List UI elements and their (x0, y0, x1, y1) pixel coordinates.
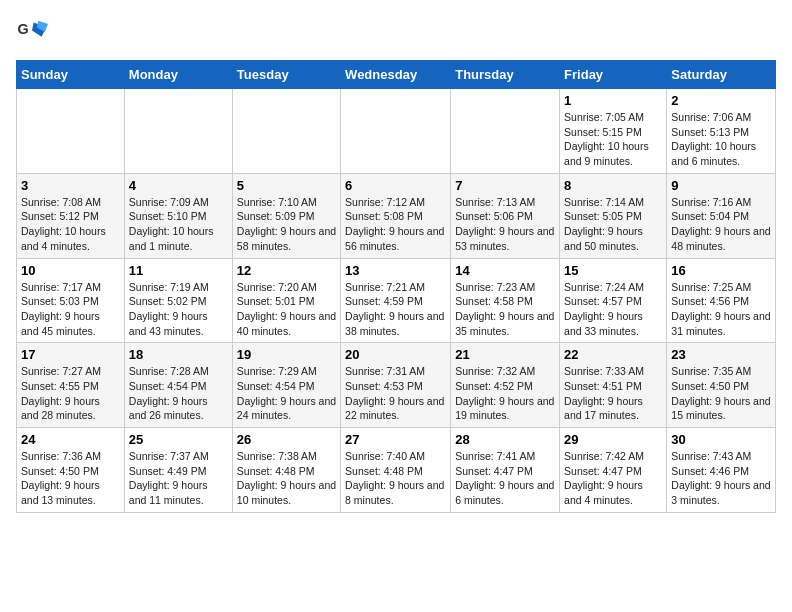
calendar-week-1: 3Sunrise: 7:08 AM Sunset: 5:12 PM Daylig… (17, 173, 776, 258)
day-number: 13 (345, 263, 446, 278)
day-info: Sunrise: 7:29 AM Sunset: 4:54 PM Dayligh… (237, 364, 336, 423)
day-info: Sunrise: 7:16 AM Sunset: 5:04 PM Dayligh… (671, 195, 771, 254)
day-number: 26 (237, 432, 336, 447)
day-number: 12 (237, 263, 336, 278)
calendar-cell: 19Sunrise: 7:29 AM Sunset: 4:54 PM Dayli… (232, 343, 340, 428)
day-number: 20 (345, 347, 446, 362)
calendar-cell: 7Sunrise: 7:13 AM Sunset: 5:06 PM Daylig… (451, 173, 560, 258)
calendar-cell: 3Sunrise: 7:08 AM Sunset: 5:12 PM Daylig… (17, 173, 125, 258)
calendar-header-saturday: Saturday (667, 61, 776, 89)
calendar-cell: 11Sunrise: 7:19 AM Sunset: 5:02 PM Dayli… (124, 258, 232, 343)
day-number: 7 (455, 178, 555, 193)
day-info: Sunrise: 7:40 AM Sunset: 4:48 PM Dayligh… (345, 449, 446, 508)
day-info: Sunrise: 7:36 AM Sunset: 4:50 PM Dayligh… (21, 449, 120, 508)
logo-icon: G (16, 16, 48, 48)
calendar-body: 1Sunrise: 7:05 AM Sunset: 5:15 PM Daylig… (17, 89, 776, 513)
calendar-week-0: 1Sunrise: 7:05 AM Sunset: 5:15 PM Daylig… (17, 89, 776, 174)
day-number: 29 (564, 432, 662, 447)
day-number: 11 (129, 263, 228, 278)
day-info: Sunrise: 7:09 AM Sunset: 5:10 PM Dayligh… (129, 195, 228, 254)
day-number: 24 (21, 432, 120, 447)
day-number: 22 (564, 347, 662, 362)
day-number: 10 (21, 263, 120, 278)
day-info: Sunrise: 7:33 AM Sunset: 4:51 PM Dayligh… (564, 364, 662, 423)
day-info: Sunrise: 7:12 AM Sunset: 5:08 PM Dayligh… (345, 195, 446, 254)
svg-text:G: G (18, 21, 29, 37)
calendar-cell: 27Sunrise: 7:40 AM Sunset: 4:48 PM Dayli… (341, 428, 451, 513)
calendar-week-3: 17Sunrise: 7:27 AM Sunset: 4:55 PM Dayli… (17, 343, 776, 428)
day-number: 27 (345, 432, 446, 447)
day-info: Sunrise: 7:41 AM Sunset: 4:47 PM Dayligh… (455, 449, 555, 508)
day-info: Sunrise: 7:20 AM Sunset: 5:01 PM Dayligh… (237, 280, 336, 339)
day-info: Sunrise: 7:32 AM Sunset: 4:52 PM Dayligh… (455, 364, 555, 423)
calendar-cell (341, 89, 451, 174)
day-info: Sunrise: 7:21 AM Sunset: 4:59 PM Dayligh… (345, 280, 446, 339)
logo: G (16, 16, 52, 48)
day-number: 4 (129, 178, 228, 193)
calendar-cell: 15Sunrise: 7:24 AM Sunset: 4:57 PM Dayli… (560, 258, 667, 343)
calendar-cell: 24Sunrise: 7:36 AM Sunset: 4:50 PM Dayli… (17, 428, 125, 513)
day-info: Sunrise: 7:23 AM Sunset: 4:58 PM Dayligh… (455, 280, 555, 339)
day-info: Sunrise: 7:10 AM Sunset: 5:09 PM Dayligh… (237, 195, 336, 254)
calendar-cell: 20Sunrise: 7:31 AM Sunset: 4:53 PM Dayli… (341, 343, 451, 428)
calendar-cell: 1Sunrise: 7:05 AM Sunset: 5:15 PM Daylig… (560, 89, 667, 174)
calendar-cell: 6Sunrise: 7:12 AM Sunset: 5:08 PM Daylig… (341, 173, 451, 258)
day-number: 9 (671, 178, 771, 193)
day-number: 16 (671, 263, 771, 278)
calendar-cell: 10Sunrise: 7:17 AM Sunset: 5:03 PM Dayli… (17, 258, 125, 343)
day-number: 18 (129, 347, 228, 362)
day-info: Sunrise: 7:06 AM Sunset: 5:13 PM Dayligh… (671, 110, 771, 169)
day-info: Sunrise: 7:08 AM Sunset: 5:12 PM Dayligh… (21, 195, 120, 254)
calendar-week-2: 10Sunrise: 7:17 AM Sunset: 5:03 PM Dayli… (17, 258, 776, 343)
calendar-cell: 28Sunrise: 7:41 AM Sunset: 4:47 PM Dayli… (451, 428, 560, 513)
calendar-cell: 12Sunrise: 7:20 AM Sunset: 5:01 PM Dayli… (232, 258, 340, 343)
calendar-cell: 21Sunrise: 7:32 AM Sunset: 4:52 PM Dayli… (451, 343, 560, 428)
calendar-cell: 29Sunrise: 7:42 AM Sunset: 4:47 PM Dayli… (560, 428, 667, 513)
calendar-cell: 9Sunrise: 7:16 AM Sunset: 5:04 PM Daylig… (667, 173, 776, 258)
day-number: 5 (237, 178, 336, 193)
day-info: Sunrise: 7:14 AM Sunset: 5:05 PM Dayligh… (564, 195, 662, 254)
day-number: 17 (21, 347, 120, 362)
page-header: G (16, 16, 776, 48)
calendar-table: SundayMondayTuesdayWednesdayThursdayFrid… (16, 60, 776, 513)
day-number: 2 (671, 93, 771, 108)
calendar-cell (451, 89, 560, 174)
day-info: Sunrise: 7:42 AM Sunset: 4:47 PM Dayligh… (564, 449, 662, 508)
day-info: Sunrise: 7:17 AM Sunset: 5:03 PM Dayligh… (21, 280, 120, 339)
calendar-cell: 23Sunrise: 7:35 AM Sunset: 4:50 PM Dayli… (667, 343, 776, 428)
day-number: 15 (564, 263, 662, 278)
day-info: Sunrise: 7:38 AM Sunset: 4:48 PM Dayligh… (237, 449, 336, 508)
day-number: 6 (345, 178, 446, 193)
calendar-header-row: SundayMondayTuesdayWednesdayThursdayFrid… (17, 61, 776, 89)
day-info: Sunrise: 7:28 AM Sunset: 4:54 PM Dayligh… (129, 364, 228, 423)
calendar-header-friday: Friday (560, 61, 667, 89)
calendar-cell: 30Sunrise: 7:43 AM Sunset: 4:46 PM Dayli… (667, 428, 776, 513)
calendar-cell: 13Sunrise: 7:21 AM Sunset: 4:59 PM Dayli… (341, 258, 451, 343)
calendar-cell (17, 89, 125, 174)
day-info: Sunrise: 7:13 AM Sunset: 5:06 PM Dayligh… (455, 195, 555, 254)
day-number: 1 (564, 93, 662, 108)
day-info: Sunrise: 7:43 AM Sunset: 4:46 PM Dayligh… (671, 449, 771, 508)
calendar-cell: 26Sunrise: 7:38 AM Sunset: 4:48 PM Dayli… (232, 428, 340, 513)
day-number: 8 (564, 178, 662, 193)
day-info: Sunrise: 7:27 AM Sunset: 4:55 PM Dayligh… (21, 364, 120, 423)
calendar-header-thursday: Thursday (451, 61, 560, 89)
day-number: 28 (455, 432, 555, 447)
day-number: 19 (237, 347, 336, 362)
day-number: 14 (455, 263, 555, 278)
day-info: Sunrise: 7:37 AM Sunset: 4:49 PM Dayligh… (129, 449, 228, 508)
calendar-header-sunday: Sunday (17, 61, 125, 89)
calendar-cell: 5Sunrise: 7:10 AM Sunset: 5:09 PM Daylig… (232, 173, 340, 258)
day-number: 23 (671, 347, 771, 362)
day-info: Sunrise: 7:31 AM Sunset: 4:53 PM Dayligh… (345, 364, 446, 423)
day-info: Sunrise: 7:19 AM Sunset: 5:02 PM Dayligh… (129, 280, 228, 339)
calendar-cell: 25Sunrise: 7:37 AM Sunset: 4:49 PM Dayli… (124, 428, 232, 513)
day-info: Sunrise: 7:05 AM Sunset: 5:15 PM Dayligh… (564, 110, 662, 169)
day-number: 3 (21, 178, 120, 193)
calendar-cell (124, 89, 232, 174)
day-number: 21 (455, 347, 555, 362)
calendar-cell: 17Sunrise: 7:27 AM Sunset: 4:55 PM Dayli… (17, 343, 125, 428)
calendar-week-4: 24Sunrise: 7:36 AM Sunset: 4:50 PM Dayli… (17, 428, 776, 513)
calendar-header-tuesday: Tuesday (232, 61, 340, 89)
calendar-header-monday: Monday (124, 61, 232, 89)
